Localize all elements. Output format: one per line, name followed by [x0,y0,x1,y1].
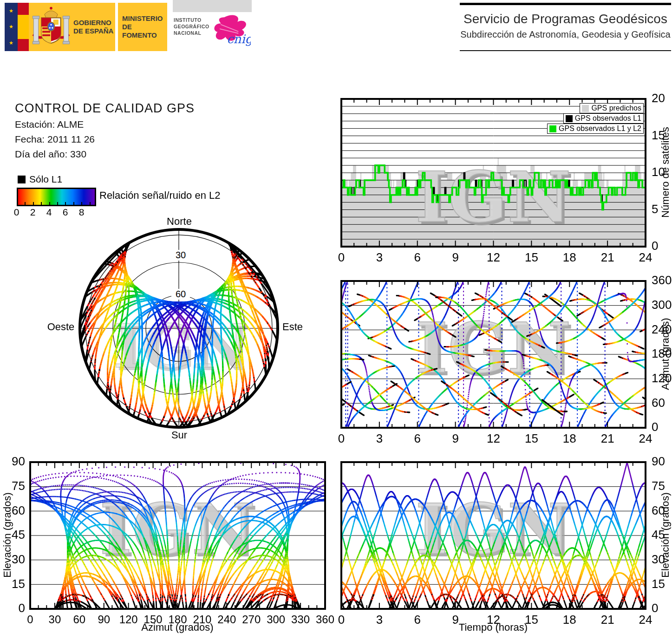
azimuth-y-axis-title: Azimut (grados) [659,275,672,433]
colorbar-tick-label: 8 [73,207,90,218]
elaz-y-axis-title: Elevación (grados) [1,456,13,614]
colorbar-title: Relación señal/ruido en L2 [99,189,221,202]
l1-only-label: Sólo L1 [29,174,62,185]
snr-colorbar [17,188,96,206]
gobierno-label: GOBIERNO DE ESPAÑA [73,19,113,35]
elaz-x-axis-title: Azimut (grados) [108,621,247,633]
cnig-wordmark: cnig [227,32,251,46]
skyplot-east-label: Este [269,321,316,333]
page-title: CONTROL DE CALIDAD GPS [15,101,195,116]
doy-label: Día del año: 330 [15,149,86,160]
gobierno-logo-box: GOBIERNO DE ESPAÑA [29,3,115,51]
star-icon: ★ [9,40,13,46]
service-subtitle: Subdirección de Astronomía, Geodesia y G… [460,29,671,40]
count-y-axis-title: Número de satélites [659,93,672,251]
service-header: Servicio de Programas Geodésicos Subdire… [460,3,671,51]
colorbar-ticks [17,202,95,205]
eltime-y-axis-title: Elevación (grados) [659,456,672,614]
l1-only-legend: Sólo L1 [18,174,62,185]
ign-logo-box: INSTITUTO GEOGRÁFICO NACIONAL cnig [170,0,252,52]
ign-gray-band [173,0,252,12]
ign-label: INSTITUTO GEOGRÁFICO NACIONAL [174,17,209,37]
spain-flag-strip [18,3,29,51]
skyplot-ring-30-label: 30 [171,250,190,261]
legend-item-label: GPS predichos [591,104,641,112]
l1-black-swatch [18,176,26,183]
skyplot-north-label: Norte [156,216,202,228]
observed-l1l2-swatch [549,125,556,132]
legend-item-observed-l1: GPS observados L1 [563,113,644,124]
predicted-swatch [582,105,589,112]
skyplot-ring-60-label: 60 [171,289,190,300]
legend-item-predicted: GPS predichos [580,103,644,113]
colorbar-tick-label: 4 [41,207,57,218]
spain-coat-of-arms [31,6,72,49]
legend-item-observed-l1l2: GPS observados L1 y L2 [547,124,644,134]
skyplot-west-label: Oeste [38,321,84,333]
colorbar-tick-label: 0 [8,207,25,218]
legend-item-label: GPS observados L1 y L2 [559,124,641,133]
star-icon: ★ [9,8,13,14]
service-title: Servicio de Programas Geodésicos [460,12,671,26]
colorbar-tick-labels: 02468 [8,207,90,218]
eu-flag-stars-strip: ★★★ [5,3,18,51]
eltime-x-axis-title: Tiempo (horas) [424,621,563,633]
ministerio-logo-box: MINISTERIO DE FOMENTO [118,3,167,51]
skyplot-south-label: Sur [156,429,202,441]
charts-canvas [0,0,672,640]
date-label: Fecha: 2011 11 26 [15,134,95,145]
observed-l1-swatch [566,115,573,122]
station-label: Estación: ALME [15,119,84,130]
gps-quality-report-page: { "page": {"width": 1447, "height": 1378… [0,0,672,640]
ministerio-label: MINISTERIO DE FOMENTO [118,14,167,39]
star-icon: ★ [9,24,13,30]
colorbar-tick-label: 2 [25,207,41,218]
legend-item-label: GPS observados L1 [575,114,641,123]
count-chart-legend: GPS predichos GPS observados L1 GPS obse… [526,103,644,134]
cnig-logo: cnig [211,12,251,49]
colorbar-tick-label: 6 [57,207,73,218]
